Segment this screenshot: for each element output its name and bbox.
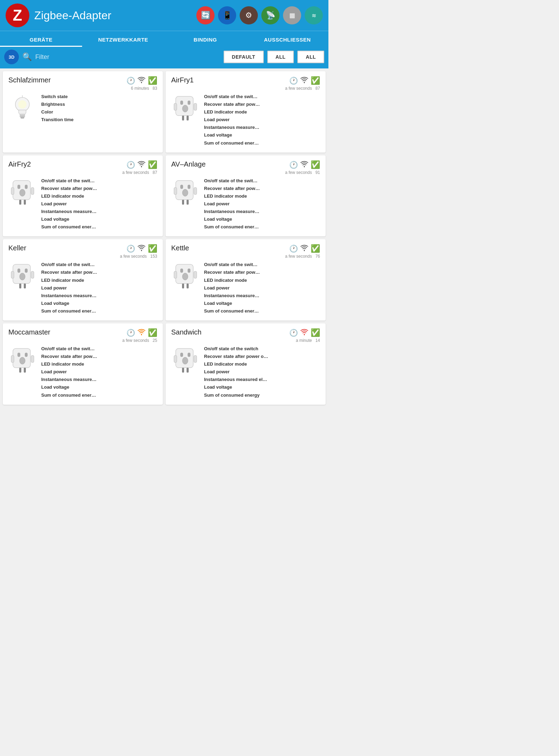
default-btn[interactable]: DEFAULT xyxy=(224,51,264,63)
card-time-lqi: a few seconds 87 xyxy=(285,86,320,91)
svg-rect-2 xyxy=(20,116,25,117)
tab-geraete[interactable]: GERÄTE xyxy=(0,31,82,47)
device-prop: Load power xyxy=(204,284,320,292)
card-time-lqi: 6 minutes 83 xyxy=(131,86,157,91)
svg-point-25 xyxy=(182,189,188,196)
wifi-icon xyxy=(137,76,146,85)
device-props: On/off state of the swit…Recover state a… xyxy=(41,177,157,231)
device-name: Keller xyxy=(8,244,26,252)
card-body: On/off state of the swit…Recover state a… xyxy=(8,177,157,231)
card-header: AirFry1 🕐 ✅ a few seconds 87 xyxy=(171,76,320,91)
svg-point-33 xyxy=(20,273,25,280)
download-icon-btn[interactable]: 📱 xyxy=(218,6,236,24)
device-image xyxy=(171,93,199,124)
check-icon: ✅ xyxy=(148,328,157,337)
filter-input[interactable] xyxy=(35,53,220,61)
device-card-moccamaster[interactable]: Moccamaster 🕐 ✅ a few seconds 25 xyxy=(3,323,163,405)
clock-icon: 🕐 xyxy=(289,244,298,253)
device-name: Kettle xyxy=(171,244,189,252)
tab-netzwerkkarte[interactable]: NETZWERKKARTE xyxy=(82,31,164,47)
device-props: On/off state of the swit…Recover state a… xyxy=(204,177,320,231)
device-card-airfry2[interactable]: AirFry2 🕐 ✅ a few seconds 87 xyxy=(3,155,163,237)
svg-point-9 xyxy=(182,105,188,112)
device-props: On/off state of the swit…Recover state a… xyxy=(204,261,320,315)
device-name: AirFry1 xyxy=(171,76,194,84)
device-prop: Load voltage xyxy=(41,300,157,307)
svg-rect-21 xyxy=(31,188,34,194)
device-prop: LED indicator mode xyxy=(41,192,157,200)
svg-rect-56 xyxy=(188,353,190,357)
device-card-av-anlage[interactable]: AV–Anlage 🕐 ✅ a few seconds 91 xyxy=(166,155,326,237)
card-body: On/off state of the swit…Recover state a… xyxy=(171,93,320,147)
signal-icon-btn[interactable]: ≋ xyxy=(305,6,323,24)
card-time-lqi: a few seconds 87 xyxy=(122,170,157,175)
svg-rect-11 xyxy=(187,116,189,120)
card-time-lqi: a few seconds 153 xyxy=(120,254,157,259)
device-prop: Color xyxy=(41,108,157,116)
device-image xyxy=(8,261,36,292)
device-prop: Recover state after pow… xyxy=(41,353,157,360)
device-image xyxy=(8,177,36,208)
card-meta: 🕐 ✅ a few seconds 87 xyxy=(285,76,320,91)
refresh-icon-btn[interactable]: 🔄 xyxy=(196,6,215,24)
device-prop: Load voltage xyxy=(204,131,320,139)
svg-rect-50 xyxy=(19,368,21,373)
filter-bar: 3D 🔍 DEFAULT ALL ALL xyxy=(0,47,328,68)
device-prop: Recover state after pow… xyxy=(204,185,320,192)
svg-rect-8 xyxy=(188,101,190,105)
device-prop: Instantaneous measure… xyxy=(41,292,157,300)
card-icons-row: 🕐 ✅ xyxy=(289,244,320,253)
svg-rect-59 xyxy=(187,368,189,373)
device-prop: Transition time xyxy=(41,116,157,124)
nav-tabs: GERÄTE NETZWERKKARTE BINDING AUSSCHLIESS… xyxy=(0,31,328,47)
clock-icon: 🕐 xyxy=(289,76,298,85)
svg-rect-7 xyxy=(180,101,183,105)
svg-rect-61 xyxy=(194,355,197,362)
device-card-keller[interactable]: Keller 🕐 ✅ a few seconds 153 xyxy=(3,239,163,321)
card-meta: 🕐 ✅ a few seconds 87 xyxy=(122,160,157,175)
card-meta: 🕐 ✅ 6 minutes 83 xyxy=(126,76,157,91)
device-prop: Recover state after pow… xyxy=(204,269,320,276)
device-card-kettle[interactable]: Kettle 🕐 ✅ a few seconds 76 xyxy=(166,239,326,321)
device-card-sandwich[interactable]: Sandwich 🕐 ✅ a minute 14 xyxy=(166,323,326,405)
svg-rect-27 xyxy=(187,200,189,205)
device-prop: Load voltage xyxy=(41,383,157,391)
card-icons-row: 🕐 ✅ xyxy=(126,244,157,253)
device-prop: Load power xyxy=(204,368,320,376)
svg-rect-26 xyxy=(182,200,184,205)
tab-ausschliessen[interactable]: AUSSCHLIESSEN xyxy=(246,31,328,47)
card-body: On/off state of the swit…Recover state a… xyxy=(8,345,157,399)
svg-rect-44 xyxy=(174,271,177,278)
wifi-icon xyxy=(137,161,146,169)
svg-rect-13 xyxy=(194,103,197,110)
btn-3d[interactable]: 3D xyxy=(4,50,19,64)
device-prop: On/off state of the swit… xyxy=(41,345,157,353)
device-prop: On/off state of the switch xyxy=(204,345,320,353)
device-card-airfry1[interactable]: AirFry1 🕐 ✅ a few seconds 87 xyxy=(166,71,326,153)
clock-icon: 🕐 xyxy=(126,244,135,253)
network-icon-btn[interactable]: 📡 xyxy=(261,6,280,24)
svg-rect-20 xyxy=(11,188,14,194)
check-icon: ✅ xyxy=(148,76,157,85)
all-btn-2[interactable]: ALL xyxy=(297,51,324,63)
device-prop: On/off state of the swit… xyxy=(41,261,157,269)
device-image xyxy=(8,345,36,376)
device-prop: On/off state of the swit… xyxy=(204,177,320,185)
device-prop: Load power xyxy=(41,284,157,292)
settings-icon-btn[interactable]: ⚙ xyxy=(240,6,258,24)
svg-rect-29 xyxy=(194,188,197,194)
device-card-schlafzimmer[interactable]: Schlafzimmer 🕐 ✅ 6 minutes 83 Switch sta… xyxy=(3,71,163,153)
device-prop: LED indicator mode xyxy=(204,360,320,368)
device-prop: Sum of consumed ener… xyxy=(204,307,320,315)
wifi-icon xyxy=(300,76,308,85)
all-btn-1[interactable]: ALL xyxy=(267,51,294,63)
device-prop: LED indicator mode xyxy=(41,360,157,368)
chip-icon-btn[interactable]: ▦ xyxy=(283,6,301,24)
device-prop: LED indicator mode xyxy=(204,277,320,284)
svg-rect-23 xyxy=(180,185,183,189)
tab-binding[interactable]: BINDING xyxy=(164,31,246,47)
device-prop: Recover state after power o… xyxy=(204,353,320,360)
svg-rect-53 xyxy=(31,355,34,362)
card-icons-row: 🕐 ✅ xyxy=(126,160,157,169)
device-prop: Brightness xyxy=(41,101,157,108)
